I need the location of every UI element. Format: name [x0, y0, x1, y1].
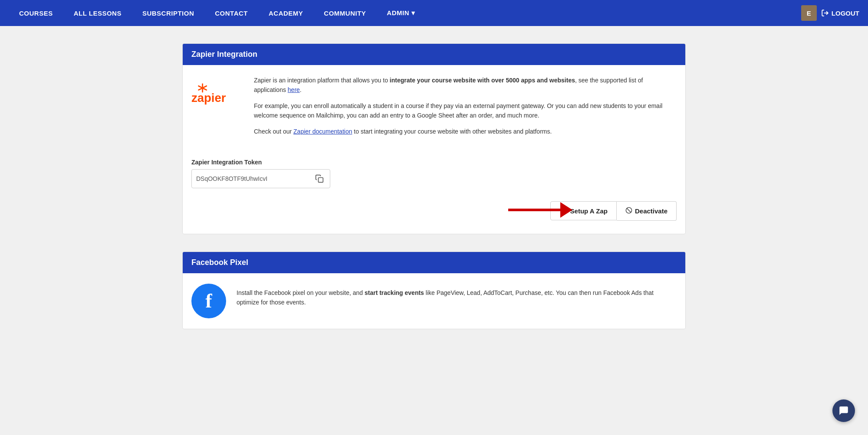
nav-community[interactable]: COMMUNITY: [313, 0, 376, 26]
nav-right: E LOGOUT: [801, 5, 859, 21]
token-label: Zapier Integration Token: [191, 159, 677, 166]
zapier-info: zapier Zapier is an integration platform…: [191, 75, 677, 142]
facebook-info: f Install the Facebook pixel on your web…: [191, 284, 677, 318]
token-section: Zapier Integration Token: [191, 154, 677, 197]
red-arrow-indicator: [508, 202, 572, 218]
nav-links: COURSES ALL LESSONS SUBSCRIPTION CONTACT…: [9, 0, 801, 26]
deactivate-button[interactable]: Deactivate: [617, 201, 677, 221]
zapier-desc-1: Zapier is an integration platform that a…: [254, 75, 677, 95]
nav-contact[interactable]: CONTACT: [204, 0, 258, 26]
nav-all-lessons[interactable]: ALL LESSONS: [63, 0, 132, 26]
zapier-description: Zapier is an integration platform that a…: [254, 75, 677, 142]
zapier-logo-graphic: zapier: [191, 79, 239, 105]
facebook-logo: f: [191, 284, 226, 318]
zapier-card-body: zapier Zapier is an integration platform…: [183, 65, 685, 234]
user-avatar[interactable]: E: [801, 5, 817, 21]
zapier-desc-3-start: Check out our: [254, 128, 293, 135]
arrow-head: [560, 202, 572, 218]
nav-subscription[interactable]: SUBSCRIPTION: [132, 0, 204, 26]
zapier-card-title: Zapier Integration: [183, 44, 685, 65]
zapier-doc-link[interactable]: Zapier documentation: [293, 128, 352, 135]
token-input[interactable]: [196, 175, 313, 182]
fb-desc-bold: start tracking events: [365, 289, 424, 296]
zapier-desc-1-bold: integrate your course website with over …: [390, 77, 575, 84]
copy-token-button[interactable]: [313, 173, 326, 185]
zapier-desc-1-start: Zapier is an integration platform that a…: [254, 77, 390, 84]
zapier-desc-2: For example, you can enroll automaticall…: [254, 101, 677, 121]
zapier-card: Zapier Integration zapier: [182, 43, 686, 234]
nav-courses[interactable]: COURSES: [9, 0, 63, 26]
nav-academy[interactable]: ACADEMY: [258, 0, 313, 26]
fb-desc-start: Install the Facebook pixel on your websi…: [237, 289, 365, 296]
zapier-desc-3-end: to start integrating your course website…: [352, 128, 552, 135]
facebook-card-title: Facebook Pixel: [183, 252, 685, 273]
red-arrow: [508, 202, 572, 218]
zapier-desc-3: Check out our Zapier documentation to st…: [254, 127, 677, 136]
svg-rect-5: [319, 177, 323, 182]
zapier-logo: zapier: [191, 75, 243, 142]
facebook-card: Facebook Pixel f Install the Facebook pi…: [182, 252, 686, 329]
navigation: COURSES ALL LESSONS SUBSCRIPTION CONTACT…: [0, 0, 868, 26]
chat-icon: [838, 405, 849, 416]
deactivate-icon: [625, 207, 632, 215]
facebook-description: Install the Facebook pixel on your websi…: [237, 284, 677, 318]
main-content: Zapier Integration zapier: [174, 26, 694, 364]
zapier-svg: zapier: [191, 79, 239, 105]
action-buttons-row: ⚡ Setup A Zap Deactivate: [191, 197, 677, 223]
setup-zap-label: Setup A Zap: [570, 207, 608, 215]
svg-text:zapier: zapier: [191, 91, 226, 105]
svg-line-7: [627, 208, 631, 212]
here-link[interactable]: here: [288, 86, 300, 93]
facebook-card-body: f Install the Facebook pixel on your web…: [183, 273, 685, 329]
arrow-shaft: [508, 209, 560, 211]
token-input-wrap: [191, 169, 330, 188]
logout-button[interactable]: LOGOUT: [821, 9, 859, 17]
chat-widget[interactable]: [832, 399, 855, 422]
deactivate-label: Deactivate: [635, 207, 667, 215]
logout-label: LOGOUT: [832, 10, 859, 17]
nav-admin[interactable]: ADMIN ▾: [376, 0, 425, 26]
